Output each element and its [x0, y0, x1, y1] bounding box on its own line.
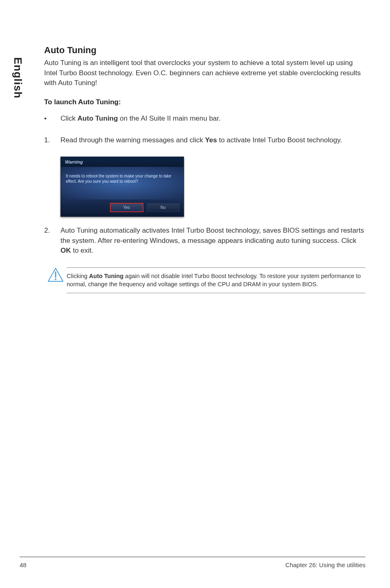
dialog-body-text: It needs to reboot the system to make yo…	[61, 167, 184, 200]
dialog-footer: Yes No	[61, 200, 184, 216]
side-tab-language: English	[11, 57, 24, 99]
step-1: 1. Read through the warning messages and…	[44, 135, 365, 146]
text-segment: Click	[61, 114, 78, 122]
page-number: 48	[20, 561, 27, 568]
main-content: Auto Tuning Auto Tuning is an intelligen…	[44, 45, 365, 293]
bullet-item: • Click Auto Tuning on the AI Suite II m…	[44, 114, 365, 124]
note-text-wrap: Clicking Auto Tuning again will not disa…	[67, 267, 365, 293]
dialog-yes-button: Yes	[110, 203, 143, 212]
text-segment: Read through the warning messages and cl…	[61, 136, 205, 144]
chapter-label: Chapter 26: Using the utilities	[285, 561, 365, 568]
step-number: 1.	[44, 135, 61, 146]
dialog-title: Warning	[61, 157, 184, 167]
section-heading: Auto Tuning	[44, 45, 365, 56]
warning-dialog-screenshot: Warning It needs to reboot the system to…	[61, 157, 365, 217]
launch-subhead: To launch Auto Tuning:	[44, 98, 365, 106]
note-block: Clicking Auto Tuning again will not disa…	[44, 267, 365, 293]
text-bold: Auto Tuning	[78, 114, 118, 122]
text-bold: Auto Tuning	[89, 273, 123, 279]
svg-point-2	[55, 278, 56, 280]
note-text: Clicking Auto Tuning again will not disa…	[67, 272, 365, 289]
step-text: Auto Tuning automatically activates Inte…	[61, 226, 365, 256]
text-segment: Clicking	[67, 273, 89, 279]
text-segment: to activate	[217, 136, 253, 144]
text-bold: OK	[61, 247, 71, 254]
text-bold: Yes	[205, 136, 217, 144]
warning-icon	[44, 267, 67, 282]
text-segment: Intel Turbo Boost technology.	[253, 136, 342, 144]
step-number: 2.	[44, 226, 61, 256]
step-text: Read through the warning messages and cl…	[61, 135, 365, 146]
text-segment: to exit.	[71, 247, 94, 254]
intro-paragraph: Auto Tuning is an intelligent tool that …	[44, 58, 365, 88]
page-footer: 48 Chapter 26: Using the utilities	[20, 557, 365, 568]
text-segment: Auto Tuning automatically activates Inte…	[61, 227, 364, 245]
bullet-marker: •	[44, 114, 61, 124]
dialog-box: Warning It needs to reboot the system to…	[61, 157, 184, 217]
bullet-text: Click Auto Tuning on the AI Suite II mai…	[61, 114, 365, 124]
step-2: 2. Auto Tuning automatically activates I…	[44, 226, 365, 256]
dialog-no-button: No	[147, 203, 179, 212]
text-segment: on the AI Suite II main menu bar.	[118, 114, 220, 122]
